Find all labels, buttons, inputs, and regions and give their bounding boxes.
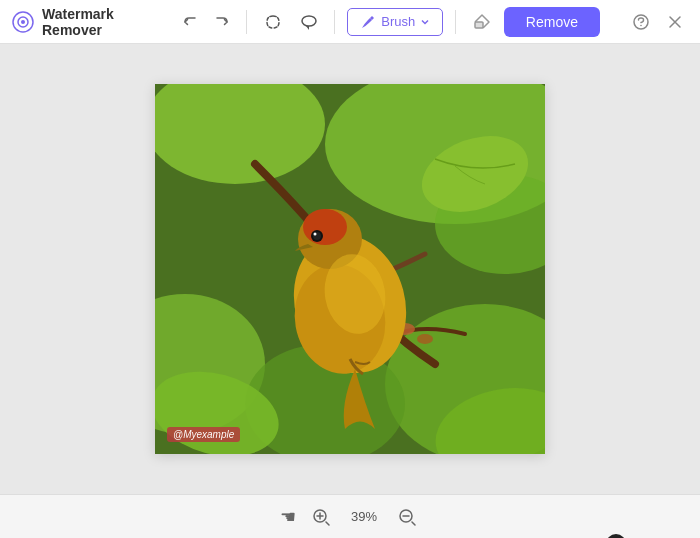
canvas-area: @Myexample: [0, 44, 700, 494]
lasso-tool-button[interactable]: [259, 6, 287, 38]
zoom-in-button[interactable]: [308, 504, 334, 530]
redo-button[interactable]: [210, 8, 234, 36]
svg-rect-4: [475, 22, 483, 28]
help-button[interactable]: [628, 9, 654, 35]
close-button[interactable]: [662, 9, 688, 35]
svg-point-15: [417, 334, 433, 344]
remove-button[interactable]: Remove: [504, 7, 600, 37]
undo-button[interactable]: [178, 8, 202, 36]
divider-2: [334, 10, 335, 34]
brush-tool-button[interactable]: Brush: [347, 8, 443, 36]
svg-point-6: [640, 24, 642, 26]
divider-3: [455, 10, 456, 34]
svg-point-2: [21, 20, 25, 24]
brush-label: Brush: [381, 14, 415, 29]
app-title: Watermark Remover: [42, 6, 160, 38]
brush-dropdown-icon: [420, 17, 430, 27]
title-bar: Watermark Remover Brush: [0, 0, 700, 44]
divider-1: [246, 10, 247, 34]
image-container[interactable]: @Myexample: [155, 84, 545, 454]
window-controls: [628, 9, 688, 35]
app-logo: [12, 11, 34, 33]
bird-image: [155, 84, 545, 454]
eraser-tool-button[interactable]: [468, 6, 496, 38]
svg-point-3: [302, 16, 316, 26]
selection-tool-button[interactable]: [295, 6, 323, 38]
watermark-text: @Myexample: [167, 427, 240, 442]
svg-point-22: [314, 233, 317, 236]
svg-point-19: [303, 209, 347, 245]
zoom-out-button[interactable]: [394, 504, 420, 530]
pan-icon: ☚: [280, 506, 296, 528]
zoom-toolbar: ☚ 39%: [0, 494, 700, 538]
image-display: @Myexample: [155, 84, 545, 454]
zoom-level: 39%: [346, 509, 382, 524]
